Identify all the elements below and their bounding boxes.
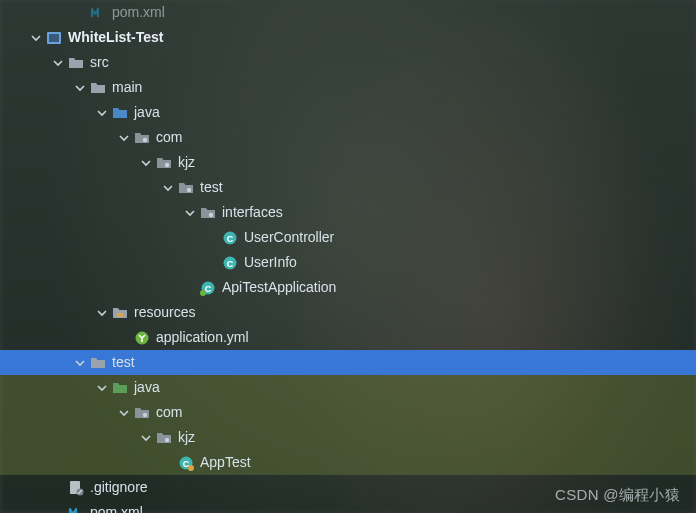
svg-rect-14 (117, 313, 123, 317)
package-icon (156, 430, 172, 446)
svg-rect-2 (49, 34, 59, 42)
tree-row-src[interactable]: src (0, 50, 696, 75)
package-icon (134, 130, 150, 146)
spring-yml-icon (134, 330, 150, 346)
tree-row-main[interactable]: main (0, 75, 696, 100)
folder-test-icon (112, 380, 128, 396)
maven-icon (68, 505, 84, 514)
tree-label: resources (134, 300, 195, 325)
tree-label: java (134, 375, 160, 400)
class-icon: C (222, 255, 238, 271)
class-test-icon: C (178, 455, 194, 471)
chevron-down-icon[interactable] (94, 380, 110, 396)
svg-point-6 (209, 212, 213, 216)
svg-point-3 (143, 137, 147, 141)
tree-label: .gitignore (90, 475, 148, 500)
tree-label: interfaces (222, 200, 283, 225)
svg-point-17 (165, 437, 169, 441)
tree-row-apitestapplication[interactable]: CApiTestApplication (0, 275, 696, 300)
tree-row-java-main[interactable]: java (0, 100, 696, 125)
tree-label: AppTest (200, 450, 251, 475)
tree-label: pom.xml (90, 500, 143, 513)
tree-label: application.yml (156, 325, 249, 350)
svg-text:C: C (227, 258, 234, 268)
tree-label: src (90, 50, 109, 75)
tree-row-resources[interactable]: resources (0, 300, 696, 325)
tree-row-interfaces[interactable]: interfaces (0, 200, 696, 225)
tree-row-com-main[interactable]: com (0, 125, 696, 150)
svg-point-5 (187, 187, 191, 191)
tree-row-com-test[interactable]: com (0, 400, 696, 425)
package-icon (156, 155, 172, 171)
folder-icon (68, 55, 84, 71)
tree-label: UserController (244, 225, 334, 250)
chevron-down-icon[interactable] (72, 80, 88, 96)
svg-text:C: C (227, 233, 234, 243)
chevron-down-icon[interactable] (72, 355, 88, 371)
tree-label: pom.xml (112, 0, 165, 25)
tree-label: test (112, 350, 135, 375)
folder-res-icon (112, 305, 128, 321)
tree-row-apptest[interactable]: CAppTest (0, 450, 696, 475)
package-icon (178, 180, 194, 196)
chevron-down-icon[interactable] (116, 405, 132, 421)
chevron-down-icon[interactable] (28, 30, 44, 46)
tree-label: ApiTestApplication (222, 275, 336, 300)
tree-row-application-yml[interactable]: application.yml (0, 325, 696, 350)
chevron-down-icon[interactable] (160, 180, 176, 196)
tree-row-java-test[interactable]: java (0, 375, 696, 400)
chevron-down-icon[interactable] (116, 130, 132, 146)
chevron-down-icon[interactable] (94, 305, 110, 321)
tree-row-usercontroller[interactable]: CUserController (0, 225, 696, 250)
tree-label: WhiteList-Test (68, 25, 163, 50)
tree-label: kjz (178, 425, 195, 450)
tree-label: kjz (178, 150, 195, 175)
tree-row-test-folder[interactable]: test (0, 350, 696, 375)
tree-row-kjz-test[interactable]: kjz (0, 425, 696, 450)
watermark-text: CSDN @编程小猿 (555, 486, 680, 505)
folder-src-icon (112, 105, 128, 121)
gitignore-icon (68, 480, 84, 496)
package-icon (200, 205, 216, 221)
folder-icon (90, 355, 106, 371)
chevron-down-icon[interactable] (182, 205, 198, 221)
tree-label: test (200, 175, 223, 200)
tree-label: UserInfo (244, 250, 297, 275)
spring-class-icon: C (200, 280, 216, 296)
tree-row-whitelist-test[interactable]: WhiteList-Test (0, 25, 696, 50)
svg-point-16 (143, 412, 147, 416)
class-icon: C (222, 230, 238, 246)
folder-icon (90, 80, 106, 96)
tree-label: com (156, 400, 182, 425)
chevron-down-icon[interactable] (138, 155, 154, 171)
svg-point-4 (165, 162, 169, 166)
tree-label: java (134, 100, 160, 125)
maven-icon (90, 5, 106, 21)
chevron-down-icon[interactable] (94, 105, 110, 121)
package-icon (134, 405, 150, 421)
module-icon (46, 30, 62, 46)
tree-row-pom-top[interactable]: pom.xml (0, 0, 696, 25)
tree-label: main (112, 75, 142, 100)
svg-point-20 (188, 465, 194, 471)
tree-row-kjz-main[interactable]: kjz (0, 150, 696, 175)
tree-row-userinfo[interactable]: CUserInfo (0, 250, 696, 275)
tree-label: com (156, 125, 182, 150)
chevron-down-icon[interactable] (138, 430, 154, 446)
chevron-down-icon[interactable] (50, 55, 66, 71)
svg-point-13 (200, 290, 206, 296)
tree-row-test-pkg[interactable]: test (0, 175, 696, 200)
project-tree: pom.xmlWhiteList-Testsrcmainjavacomkjzte… (0, 0, 696, 513)
